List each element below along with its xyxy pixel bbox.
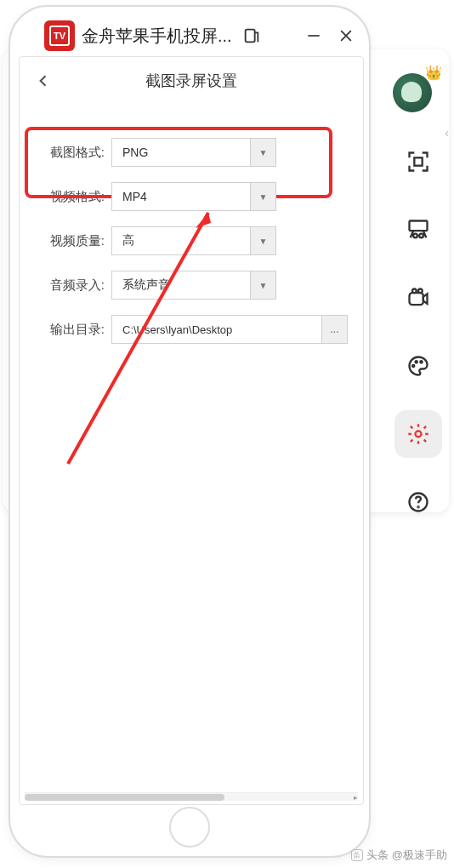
svg-point-4	[418, 289, 423, 294]
select-value: PNG	[112, 146, 250, 159]
panel-header: 截图录屏设置	[20, 57, 363, 105]
settings-panel: 截图录屏设置 截图格式: PNG ▼ 视频格式: MP4 ▼ 视频质量:	[19, 56, 364, 805]
svg-point-3	[412, 289, 417, 294]
svg-point-6	[416, 361, 417, 363]
new-window-button[interactable]	[239, 23, 264, 49]
fullscreen-icon	[406, 150, 430, 174]
settings-form: 截图格式: PNG ▼ 视频格式: MP4 ▼ 视频质量: 高 ▼	[20, 105, 363, 351]
avatar-container[interactable]: 👑	[393, 73, 439, 119]
select-value: 高	[112, 233, 250, 248]
row-screenshot-format: 截图格式: PNG ▼	[33, 130, 349, 174]
minimize-icon	[305, 27, 322, 44]
chevron-down-icon: ▼	[250, 271, 275, 299]
watermark-prefix: 头条	[366, 848, 389, 863]
collapse-chevron-icon[interactable]: ‹	[445, 126, 449, 140]
label-output-dir: 输出目录:	[33, 322, 111, 338]
row-video-format: 视频格式: MP4 ▼	[33, 174, 349, 219]
label-video-format: 视频格式:	[33, 189, 111, 205]
watermark-account: @极速手助	[392, 848, 447, 863]
label-video-quality: 视频质量:	[33, 233, 111, 249]
chevron-down-icon: ▼	[250, 227, 275, 254]
horizontal-scrollbar[interactable]: ◂ ▸	[25, 792, 358, 801]
crop-button[interactable]	[394, 206, 442, 254]
fullscreen-button[interactable]	[394, 138, 442, 186]
brush-button[interactable]	[394, 342, 442, 390]
panel-title: 截图录屏设置	[30, 71, 353, 91]
svg-rect-2	[410, 293, 423, 305]
help-icon	[406, 490, 430, 514]
chevron-down-icon: ▼	[250, 139, 275, 166]
help-button[interactable]	[394, 478, 442, 526]
watermark-icon: 条	[351, 849, 363, 861]
duplicate-window-icon	[242, 26, 261, 45]
palette-icon	[406, 354, 430, 378]
scrollbar-thumb[interactable]	[25, 794, 224, 801]
svg-rect-11	[245, 30, 254, 43]
label-screenshot-format: 截图格式:	[33, 145, 111, 161]
select-video-format[interactable]: MP4 ▼	[111, 182, 276, 211]
row-video-quality: 视频质量: 高 ▼	[33, 219, 349, 263]
svg-point-5	[412, 365, 414, 367]
svg-rect-0	[414, 157, 422, 165]
home-button[interactable]	[169, 807, 210, 848]
settings-button[interactable]	[394, 410, 442, 458]
close-icon	[338, 27, 355, 44]
camera-icon	[406, 286, 430, 310]
minimize-button[interactable]	[301, 23, 326, 49]
app-title: 金舟苹果手机投屏...	[82, 25, 232, 48]
row-audio-input: 音频录入: 系统声音 ▼	[33, 263, 349, 307]
close-button[interactable]	[333, 23, 359, 49]
chevron-down-icon: ▼	[250, 183, 275, 210]
svg-rect-1	[410, 221, 428, 231]
label-audio-input: 音频录入:	[33, 277, 111, 294]
scissors-icon	[406, 218, 430, 242]
select-value: 系统声音	[112, 277, 250, 293]
gear-icon	[406, 422, 430, 446]
output-dir-input[interactable]	[111, 315, 322, 344]
select-audio-input[interactable]: 系统声音 ▼	[111, 271, 276, 300]
row-output-dir: 输出目录: ...	[33, 307, 349, 351]
scroll-right-icon: ▸	[351, 793, 360, 802]
watermark: 条 头条 @极速手助	[351, 848, 447, 863]
record-button[interactable]	[394, 274, 442, 322]
app-icon: TV	[44, 20, 75, 51]
phone-frame: TV 金舟苹果手机投屏... 截图录屏设置 截图格式: PNG	[9, 5, 371, 858]
select-video-quality[interactable]: 高 ▼	[111, 226, 276, 255]
select-value: MP4	[112, 190, 250, 203]
browse-button[interactable]: ...	[322, 315, 348, 344]
titlebar: TV 金舟苹果手机投屏...	[44, 17, 359, 54]
select-screenshot-format[interactable]: PNG ▼	[111, 138, 276, 167]
svg-point-8	[416, 431, 422, 437]
right-toolbar	[391, 138, 445, 526]
crown-icon: 👑	[425, 65, 442, 81]
svg-point-10	[417, 506, 418, 507]
svg-point-7	[420, 361, 422, 363]
